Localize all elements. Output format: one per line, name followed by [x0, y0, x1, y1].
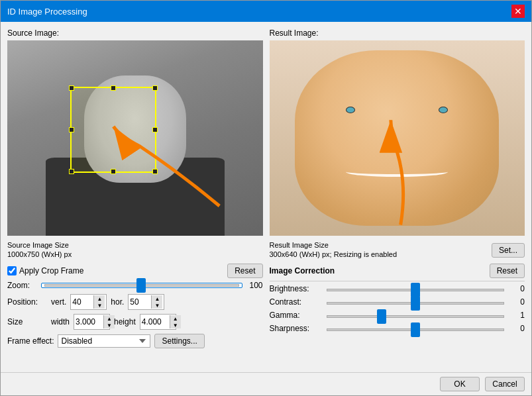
hor-down-arrow[interactable]: ▼ [152, 302, 162, 309]
contrast-slider-wrapper [327, 297, 505, 307]
set-button[interactable]: Set... [492, 243, 525, 258]
crop-handle-ml[interactable] [69, 127, 74, 132]
crop-handle-br[interactable] [152, 169, 158, 174]
width-label: width [51, 317, 70, 326]
settings-button[interactable]: Settings... [154, 334, 204, 348]
result-info-row: Result Image Size 300x640 (WxH) px; Resi… [270, 241, 525, 260]
contrast-slider[interactable] [327, 302, 505, 305]
vert-label: vert. [51, 297, 66, 307]
apply-crop-label[interactable]: Apply Crop Frame [7, 266, 83, 275]
crop-handle-bc[interactable] [111, 169, 116, 174]
gamma-slider[interactable] [327, 315, 505, 318]
gamma-row: Gamma: 1 [270, 311, 525, 320]
sharpness-label: Sharpness: [270, 324, 323, 333]
source-image-size-label: Source Image Size [7, 241, 263, 249]
contrast-label: Contrast: [270, 297, 323, 307]
position-label: Position: [7, 297, 47, 307]
hor-up-arrow[interactable]: ▲ [152, 295, 162, 302]
height-up-arrow[interactable]: ▲ [170, 315, 181, 322]
zoom-box [41, 283, 242, 288]
crop-handle-mr[interactable] [152, 127, 158, 132]
sharpness-value: 0 [508, 324, 525, 333]
source-controls: Source Image Size 1000x750 (WxH) px Appl… [7, 236, 263, 355]
crop-handle-tc[interactable] [111, 85, 116, 91]
result-image-size-value: 300x640 (WxH) px; Resizing is enabled [270, 250, 398, 258]
close-button[interactable]: ✕ [511, 5, 525, 18]
image-correction-header: Image Correction Reset [270, 264, 525, 278]
hor-arrows: ▲ ▼ [151, 295, 162, 309]
brightness-label: Brightness: [270, 284, 323, 293]
dialog-title: ID Image Processing [7, 7, 87, 17]
frame-effect-select[interactable]: Disabled Blur Sharpen Vignette [58, 334, 150, 348]
correction-reset-button[interactable]: Reset [490, 264, 525, 278]
height-label: height [114, 317, 136, 326]
hor-spinbox[interactable]: ▲ ▼ [128, 294, 164, 310]
zoom-slider-wrapper [41, 283, 242, 288]
dialog-window: ID Image Processing ✕ Source Image: [0, 0, 532, 396]
result-face [295, 50, 499, 226]
height-arrows: ▲ ▼ [170, 315, 181, 328]
crop-handle-tr[interactable] [152, 85, 158, 91]
frame-effect-label: Frame effect: [7, 336, 54, 346]
sharpness-row: Sharpness: 0 [270, 324, 525, 333]
sharpness-slider-wrapper [327, 324, 505, 333]
width-spinbox[interactable]: ▲ ▼ [74, 314, 110, 330]
hor-label: hor. [111, 297, 124, 307]
crop-handle-tl[interactable] [69, 85, 74, 91]
image-correction-title: Image Correction [270, 266, 335, 275]
result-image-size-label: Result Image Size [270, 241, 398, 249]
result-image-label: Result Image: [270, 28, 525, 38]
cancel-button[interactable]: Cancel [485, 377, 525, 391]
zoom-value: 100 [246, 281, 263, 290]
vert-up-arrow[interactable]: ▲ [94, 295, 105, 302]
result-smile [346, 167, 448, 177]
sharpness-slider[interactable] [327, 328, 505, 331]
source-image-area [7, 40, 263, 236]
vert-input[interactable] [72, 297, 93, 307]
frame-effect-row: Frame effect: Disabled Blur Sharpen Vign… [7, 334, 263, 348]
height-down-arrow[interactable]: ▼ [170, 322, 181, 328]
position-row: Position: vert. ▲ ▼ hor. ▲ [7, 294, 263, 310]
brightness-row: Brightness: 0 [270, 284, 525, 293]
height-input[interactable] [142, 317, 170, 326]
bottom-bar: OK Cancel [1, 372, 531, 395]
right-panel: Result Image: [270, 28, 525, 366]
divider [270, 281, 525, 281]
gamma-label: Gamma: [270, 311, 323, 320]
width-arrows: ▲ ▼ [103, 315, 115, 328]
vert-spinbox[interactable]: ▲ ▼ [70, 294, 107, 310]
crop-reset-button[interactable]: Reset [227, 264, 262, 278]
width-input[interactable] [76, 317, 103, 326]
zoom-slider[interactable] [44, 284, 239, 287]
zoom-label: Zoom: [7, 281, 37, 290]
gamma-slider-wrapper [327, 311, 505, 320]
vert-down-arrow[interactable]: ▼ [94, 302, 105, 309]
zoom-row: Zoom: 100 [7, 281, 263, 290]
crop-apply-row: Apply Crop Frame Reset [7, 264, 263, 278]
result-image-area [270, 40, 525, 236]
source-image-label: Source Image: [7, 28, 263, 38]
result-controls: Result Image Size 300x640 (WxH) px; Resi… [270, 236, 525, 340]
crop-handle-bl[interactable] [69, 169, 74, 174]
size-row: Size width ▲ ▼ height ▲ ▼ [7, 314, 263, 330]
source-image-size-value: 1000x750 (WxH) px [7, 250, 263, 258]
width-up-arrow[interactable]: ▲ [104, 315, 115, 322]
contrast-row: Contrast: 0 [270, 297, 525, 307]
gamma-value: 1 [508, 311, 525, 320]
brightness-value: 0 [508, 284, 525, 293]
ok-button[interactable]: OK [440, 377, 480, 391]
size-label: Size [7, 317, 47, 326]
hor-input[interactable] [130, 297, 151, 307]
dialog-body: Source Image: [1, 22, 531, 372]
height-spinbox[interactable]: ▲ ▼ [140, 314, 176, 330]
title-bar: ID Image Processing ✕ [1, 1, 531, 22]
left-panel: Source Image: [7, 28, 263, 366]
contrast-value: 0 [508, 297, 525, 307]
width-down-arrow[interactable]: ▼ [104, 322, 115, 328]
brightness-slider-wrapper [327, 284, 505, 293]
result-eye-right [439, 107, 448, 113]
crop-box[interactable] [70, 87, 156, 173]
result-eye-left [346, 107, 355, 113]
brightness-slider[interactable] [327, 289, 505, 291]
apply-crop-checkbox[interactable] [7, 266, 17, 275]
